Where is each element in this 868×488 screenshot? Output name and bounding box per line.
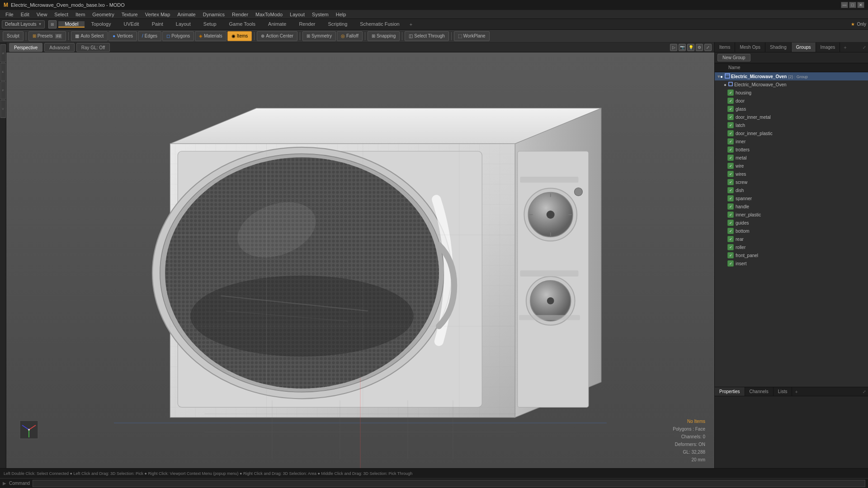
list-item[interactable]: ✓guides xyxy=(715,219,868,227)
list-item[interactable]: ✓door_inner_plastic xyxy=(715,129,868,137)
list-item[interactable]: ✓handle xyxy=(715,202,868,211)
list-item[interactable]: ✓door_inner_metal xyxy=(715,113,868,121)
titlebar-controls[interactable]: — □ ✕ xyxy=(841,2,864,8)
right-tab-meshops[interactable]: Mesh Ops xyxy=(735,42,765,52)
props-tab-lists[interactable]: Lists xyxy=(774,387,793,396)
select-through-button[interactable]: ◫ Select Through xyxy=(405,31,449,41)
tab-uvedit[interactable]: UVEdit xyxy=(117,21,145,28)
props-tab-properties[interactable]: Properties xyxy=(715,387,745,396)
layout-preset-dropdown[interactable]: Default Layouts ▼ xyxy=(2,20,45,28)
menu-animate[interactable]: Animate xyxy=(174,10,199,19)
items-button[interactable]: ◉ Items xyxy=(227,31,252,41)
menu-select[interactable]: Select xyxy=(51,10,72,19)
vp-icon-camera[interactable]: 📷 xyxy=(679,44,686,51)
props-tab-channels[interactable]: Channels xyxy=(745,387,774,396)
tab-setup[interactable]: Setup xyxy=(197,21,223,28)
menu-system[interactable]: System xyxy=(308,10,332,19)
menu-vertexmap[interactable]: Vertex Map xyxy=(142,10,174,19)
menu-dynamics[interactable]: Dynamics xyxy=(199,10,228,19)
right-tab-groups[interactable]: Groups xyxy=(792,42,816,52)
falloff-button[interactable]: ◎ Falloff xyxy=(337,31,363,41)
tab-scripting[interactable]: Scripting xyxy=(321,21,354,28)
new-group-button[interactable]: New Group xyxy=(717,54,750,61)
right-panel-expand[interactable]: ⤢ xyxy=(861,42,868,52)
presets-button[interactable]: ⊞ Presets Fil xyxy=(28,31,66,41)
left-btn-2[interactable]: E xyxy=(0,63,6,81)
maximize-button[interactable]: □ xyxy=(849,2,856,8)
tab-layout[interactable]: Layout xyxy=(170,21,197,28)
right-tab-items[interactable]: Items xyxy=(715,42,735,52)
vp-icon-maximize[interactable]: ⤢ xyxy=(704,44,712,51)
right-tab-images[interactable]: Images xyxy=(816,42,840,52)
list-item[interactable]: ✓inner_plastic xyxy=(715,211,868,219)
menu-layout[interactable]: Layout xyxy=(286,10,308,19)
list-item[interactable]: ✓trotters xyxy=(715,145,868,154)
menu-file[interactable]: File xyxy=(2,10,17,19)
list-item[interactable]: ✓front_panel xyxy=(715,251,868,259)
left-btn-3[interactable]: P xyxy=(0,81,6,99)
tab-paint[interactable]: Paint xyxy=(146,21,170,28)
command-input[interactable] xyxy=(33,480,865,487)
action-center-button[interactable]: ⊕ Action Center xyxy=(257,31,297,41)
list-item[interactable]: ✓wire xyxy=(715,162,868,170)
tab-model[interactable]: Model xyxy=(58,21,85,28)
viewport-tab-advanced[interactable]: Advanced xyxy=(44,43,74,52)
canvas-area[interactable]: No Items Polygons : Face Channels: 0 Def… xyxy=(6,52,714,468)
list-item[interactable]: ✓door xyxy=(715,97,868,105)
tab-animate[interactable]: Animate xyxy=(262,21,292,28)
tab-render[interactable]: Render xyxy=(292,21,321,28)
menu-help[interactable]: Help xyxy=(332,10,350,19)
layout-icon-1[interactable]: ⊞ xyxy=(48,20,57,28)
vp-icon-settings[interactable]: ⚙ xyxy=(696,44,703,51)
list-item[interactable]: ✓insert xyxy=(715,259,868,267)
menu-item[interactable]: Item xyxy=(72,10,89,19)
autoselect-button[interactable]: ▦ Auto Select xyxy=(71,31,108,41)
group-item-root[interactable]: ▼ ● Electric_Microwave_Oven (2) : Group xyxy=(715,72,868,80)
props-expand[interactable]: ⤢ xyxy=(861,387,868,396)
menu-geometry[interactable]: Geometry xyxy=(89,10,118,19)
vp-icon-render[interactable]: ▷ xyxy=(670,44,677,51)
workplane-button[interactable]: ⬚ WorkPlane xyxy=(454,31,490,41)
vp-icon-light[interactable]: 💡 xyxy=(687,44,694,51)
group-item-submesh[interactable]: ● Electric_Microwave_Oven xyxy=(715,80,868,89)
left-btn-4[interactable]: V xyxy=(0,100,6,118)
list-item[interactable]: ✓spanner xyxy=(715,194,868,202)
list-item[interactable]: ✓dish xyxy=(715,186,868,194)
left-btn-1[interactable]: S xyxy=(0,44,6,62)
close-button[interactable]: ✕ xyxy=(857,2,864,8)
polygons-button[interactable]: ◻ Polygons xyxy=(162,31,194,41)
viewport[interactable]: Perspective Advanced Ray GL: Off ▷ 📷 💡 ⚙… xyxy=(6,42,714,468)
snapping-button[interactable]: ⊞ Snapping xyxy=(368,31,400,41)
list-item[interactable]: ✓housing xyxy=(715,89,868,97)
props-tab-add[interactable]: + xyxy=(792,387,800,396)
menu-view[interactable]: View xyxy=(33,10,51,19)
list-item[interactable]: ✓screw xyxy=(715,178,868,186)
list-item[interactable]: ✓glass xyxy=(715,105,868,113)
tab-gametools[interactable]: Game Tools xyxy=(223,21,262,28)
vertices-button[interactable]: ● Vertices xyxy=(108,31,137,41)
list-item[interactable]: ✓metal xyxy=(715,154,868,162)
sculpt-button[interactable]: Sculpt xyxy=(3,31,24,41)
groups-item-list[interactable]: ▼ ● Electric_Microwave_Oven (2) : Group … xyxy=(715,72,868,387)
right-tab-add[interactable]: + xyxy=(840,42,850,52)
tab-topology[interactable]: Topology xyxy=(85,21,117,28)
viewport-tab-raygl[interactable]: Ray GL: Off xyxy=(76,43,110,52)
tab-schematicfusion[interactable]: Schematic Fusion xyxy=(354,21,406,28)
list-item[interactable]: ✓wires xyxy=(715,170,868,178)
list-item[interactable]: ✓roller xyxy=(715,243,868,251)
menu-render[interactable]: Render xyxy=(228,10,252,19)
minimize-button[interactable]: — xyxy=(841,2,848,8)
list-item[interactable]: ✓inner xyxy=(715,137,868,145)
viewport-tab-perspective[interactable]: Perspective xyxy=(9,43,42,52)
materials-button[interactable]: ◈ Materials xyxy=(195,31,226,41)
list-item[interactable]: ✓latch xyxy=(715,121,868,129)
menu-texture[interactable]: Texture xyxy=(118,10,142,19)
list-item[interactable]: ✓rear xyxy=(715,235,868,243)
edges-button[interactable]: / Edges xyxy=(138,31,161,41)
list-item[interactable]: ✓bottom xyxy=(715,227,868,235)
menu-edit[interactable]: Edit xyxy=(17,10,33,19)
tab-add[interactable]: + xyxy=(406,22,416,27)
right-tab-shading[interactable]: Shading xyxy=(765,42,792,52)
symmetry-button[interactable]: ⊞ Symmetry xyxy=(302,31,336,41)
menu-maxtomodo[interactable]: MaxToModo xyxy=(252,10,286,19)
